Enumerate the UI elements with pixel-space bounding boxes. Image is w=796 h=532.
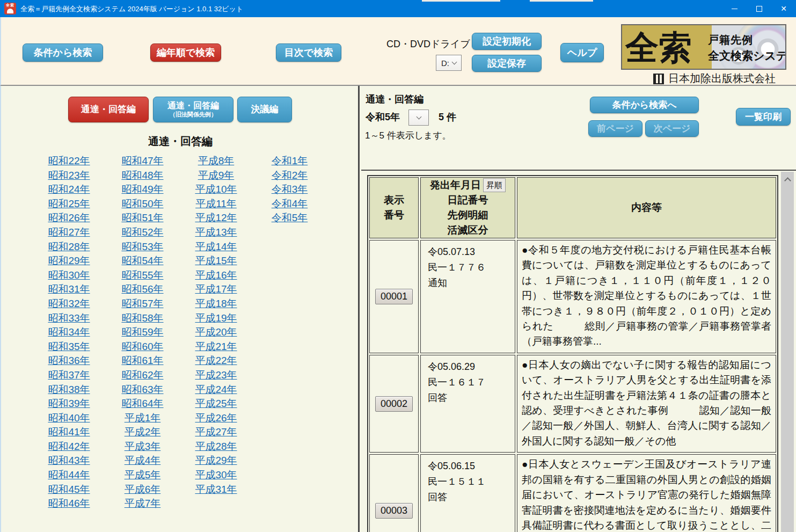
year-link[interactable]: 昭和24年	[32, 183, 106, 197]
year-link[interactable]: 平成21年	[179, 340, 253, 354]
year-link[interactable]: 昭和39年	[32, 397, 106, 411]
year-link[interactable]: 平成16年	[179, 268, 253, 283]
year-link[interactable]: 令和3年	[253, 183, 326, 197]
year-link[interactable]: 昭和25年	[32, 197, 106, 212]
year-link[interactable]: 平成26年	[179, 411, 253, 426]
year-link[interactable]: 昭和32年	[32, 297, 106, 311]
year-link[interactable]: 平成23年	[179, 368, 253, 383]
condition-search-button[interactable]: 条件から検索	[23, 43, 103, 62]
year-link[interactable]: 昭和29年	[32, 254, 106, 268]
display-number-button[interactable]: 00003	[375, 503, 413, 519]
year-link[interactable]: 平成18年	[179, 297, 253, 311]
year-link[interactable]: 昭和31年	[32, 282, 106, 297]
year-link[interactable]: 平成29年	[179, 454, 253, 468]
year-link[interactable]: 昭和59年	[106, 325, 179, 340]
toc-search-button[interactable]: 目次で検索	[276, 43, 341, 62]
tab-ketsugi[interactable]: 決議編	[237, 97, 292, 122]
year-link[interactable]: 昭和38年	[32, 383, 106, 397]
drive-select[interactable]: D:	[436, 55, 462, 71]
year-link[interactable]: 昭和50年	[106, 197, 179, 212]
year-link[interactable]: 昭和53年	[106, 240, 179, 254]
year-link[interactable]: 昭和52年	[106, 225, 179, 240]
year-link[interactable]: 平成30年	[179, 468, 253, 483]
year-link[interactable]: 令和4年	[253, 197, 326, 212]
year-link[interactable]: 昭和56年	[106, 282, 179, 297]
year-link[interactable]: 昭和26年	[32, 211, 106, 225]
minimize-button[interactable]	[722, 0, 747, 17]
year-link[interactable]: 平成9年	[179, 169, 253, 183]
year-link[interactable]: 昭和55年	[106, 268, 179, 283]
year-link[interactable]: 平成8年	[179, 154, 253, 169]
table-scrollbar[interactable]	[781, 172, 794, 532]
year-link[interactable]: 昭和35年	[32, 340, 106, 354]
year-link[interactable]: 昭和22年	[32, 154, 106, 169]
year-link[interactable]: 令和2年	[253, 169, 326, 183]
next-page-button[interactable]: 次ページ	[645, 120, 699, 137]
year-link[interactable]: 平成4年	[106, 454, 179, 468]
year-link[interactable]: 平成25年	[179, 397, 253, 411]
year-link[interactable]: 昭和60年	[106, 340, 179, 354]
maximize-button[interactable]	[747, 0, 771, 17]
year-link[interactable]: 平成19年	[179, 311, 253, 326]
year-link[interactable]: 昭和63年	[106, 383, 179, 397]
year-link[interactable]: 平成10年	[179, 183, 253, 197]
year-link[interactable]: 昭和58年	[106, 311, 179, 326]
year-link[interactable]: 昭和37年	[32, 368, 106, 383]
year-link[interactable]: 昭和34年	[32, 325, 106, 340]
year-link[interactable]: 平成24年	[179, 383, 253, 397]
year-link[interactable]: 平成7年	[106, 497, 179, 511]
year-link[interactable]: 昭和27年	[32, 225, 106, 240]
year-link[interactable]: 平成15年	[179, 254, 253, 268]
close-button[interactable]: ✕	[771, 0, 796, 17]
year-link[interactable]: 昭和42年	[32, 440, 106, 454]
year-link[interactable]: 平成20年	[179, 325, 253, 340]
display-number-button[interactable]: 00002	[375, 396, 413, 412]
year-link[interactable]: 平成22年	[179, 354, 253, 368]
year-link[interactable]: 昭和44年	[32, 468, 106, 483]
prev-page-button[interactable]: 前ページ	[588, 120, 642, 137]
year-link[interactable]: 平成13年	[179, 225, 253, 240]
year-link[interactable]: 昭和64年	[106, 397, 179, 411]
year-link[interactable]: 昭和51年	[106, 211, 179, 225]
year-link[interactable]: 昭和33年	[32, 311, 106, 326]
year-select[interactable]	[408, 110, 429, 126]
year-link[interactable]: 昭和45年	[32, 483, 106, 497]
scrollbar-up-arrow[interactable]	[781, 172, 794, 188]
chronological-search-button[interactable]: 編年順で検索	[150, 43, 221, 62]
year-link[interactable]: 平成12年	[179, 211, 253, 225]
year-link[interactable]: 平成14年	[179, 240, 253, 254]
year-link[interactable]: 昭和48年	[106, 169, 179, 183]
year-link[interactable]: 平成28年	[179, 440, 253, 454]
year-link[interactable]: 昭和28年	[32, 240, 106, 254]
year-link[interactable]: 昭和62年	[106, 368, 179, 383]
year-link[interactable]: 昭和49年	[106, 183, 179, 197]
tab-tsutatsu-kaitou[interactable]: 通達・回答編	[68, 97, 149, 122]
year-link[interactable]: 平成2年	[106, 425, 179, 440]
year-link[interactable]: 令和5年	[253, 211, 326, 225]
year-link[interactable]: 平成11年	[179, 197, 253, 212]
year-link[interactable]: 昭和61年	[106, 354, 179, 368]
year-link[interactable]: 昭和23年	[32, 169, 106, 183]
year-link[interactable]: 平成17年	[179, 282, 253, 297]
settings-save-button[interactable]: 設定保存	[472, 55, 542, 72]
year-link[interactable]: 令和1年	[253, 154, 326, 169]
tab-tsutatsu-kaitou-old-law[interactable]: 通達・回答編 （旧法関係先例）	[153, 97, 233, 122]
to-condition-search-button[interactable]: 条件から検索へ	[590, 97, 699, 113]
year-link[interactable]: 昭和57年	[106, 297, 179, 311]
year-link[interactable]: 平成6年	[106, 483, 179, 497]
year-link[interactable]: 昭和46年	[32, 497, 106, 511]
print-list-button[interactable]: 一覧印刷	[736, 108, 791, 126]
year-link[interactable]: 昭和36年	[32, 354, 106, 368]
year-link[interactable]: 昭和40年	[32, 411, 106, 426]
year-link[interactable]: 昭和43年	[32, 454, 106, 468]
year-link[interactable]: 平成27年	[179, 425, 253, 440]
year-link[interactable]: 平成5年	[106, 468, 179, 483]
display-number-button[interactable]: 00001	[375, 289, 413, 304]
year-link[interactable]: 平成31年	[179, 483, 253, 497]
year-link[interactable]: 平成1年	[106, 411, 179, 426]
help-button[interactable]: ヘルプ	[560, 43, 604, 62]
year-link[interactable]: 昭和41年	[32, 425, 106, 440]
settings-init-button[interactable]: 設定初期化	[472, 33, 542, 50]
year-link[interactable]: 昭和30年	[32, 268, 106, 283]
year-link[interactable]: 平成3年	[106, 440, 179, 454]
